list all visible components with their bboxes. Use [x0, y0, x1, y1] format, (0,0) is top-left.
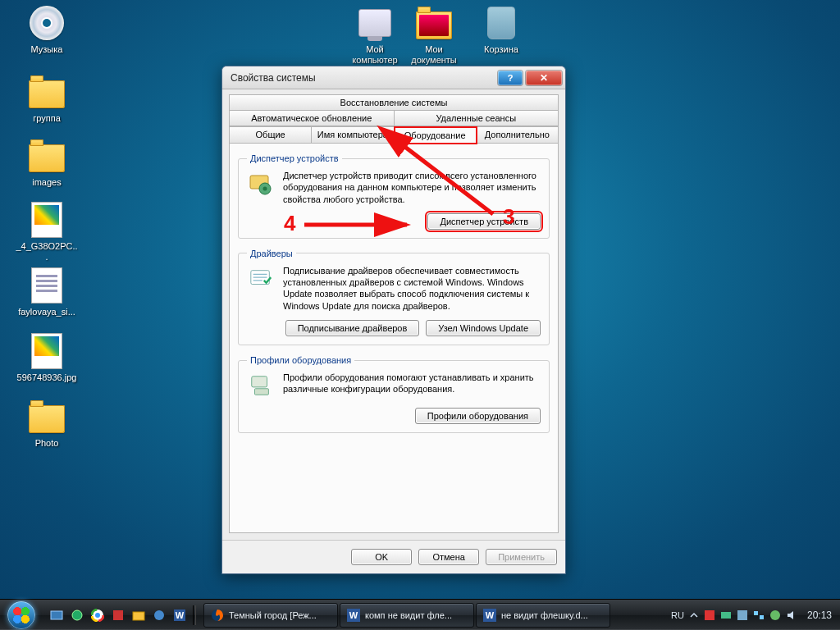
folder-icon	[27, 397, 66, 436]
hardware-profiles-icon	[247, 372, 275, 399]
desktop-icon[interactable]: Корзина	[469, 3, 533, 55]
window-title: Свойства системы	[231, 72, 495, 84]
group-legend: Профили оборудования	[247, 355, 354, 365]
folder-icon	[27, 136, 66, 176]
desktop-icon[interactable]: Мои документы	[402, 3, 466, 65]
tray-icon[interactable]	[720, 609, 732, 621]
svg-rect-8	[51, 611, 62, 619]
dialog-button-row: OK Отмена Применить	[222, 540, 565, 573]
drivers-icon	[247, 265, 275, 293]
desktop-icon[interactable]: images	[15, 136, 79, 188]
icon-label: Музыка	[15, 44, 79, 55]
separator	[193, 605, 196, 625]
tray-icon[interactable]	[769, 609, 781, 621]
group-text: Профили оборудования помогают устанавлив…	[283, 372, 541, 399]
ql-icon[interactable]	[68, 606, 86, 624]
word-icon: W	[347, 609, 360, 622]
device-manager-group: Диспетчер устройств Диспетчер устройств …	[238, 153, 550, 239]
tab-имя-компьютера[interactable]: Имя компьютера	[312, 126, 394, 143]
svg-rect-5	[255, 389, 269, 395]
hardware-profiles-group: Профили оборудования Профили оборудовани…	[238, 355, 550, 433]
tab-восстановление-системы[interactable]: Восстановление системы	[230, 95, 558, 110]
taskbar-item[interactable]: Wкомп не видит фле...	[340, 603, 474, 628]
group-text: Диспетчер устройств приводит список всег…	[283, 170, 541, 205]
svg-text:W: W	[486, 610, 495, 620]
help-button[interactable]: ?	[498, 71, 523, 85]
taskbar-item[interactable]: Wне видит флешку.d...	[476, 603, 610, 628]
device-manager-button[interactable]: Диспетчер устройств	[427, 213, 541, 230]
tab-дополнительно[interactable]: Дополнительно	[477, 126, 558, 143]
taskbar: W Темный город [Реж...Wкомп не видит фле…	[0, 599, 840, 630]
network-icon[interactable]	[753, 609, 765, 621]
taskbar-item-label: Темный город [Реж...	[229, 610, 317, 620]
show-desktop-icon[interactable]	[48, 606, 66, 624]
jpg-icon	[27, 331, 66, 371]
hardware-profiles-button[interactable]: Профили оборудования	[415, 408, 541, 424]
word-icon[interactable]: W	[171, 606, 189, 624]
svg-text:W: W	[349, 610, 358, 620]
windows-orb-icon	[7, 601, 35, 629]
language-indicator[interactable]: RU	[671, 610, 684, 620]
tray-icon[interactable]	[737, 609, 748, 621]
start-button[interactable]	[0, 600, 43, 630]
icon-label: группа	[15, 113, 79, 124]
ok-button[interactable]: OK	[351, 549, 412, 565]
icon-label: Photo	[15, 438, 79, 449]
device-manager-icon	[247, 170, 275, 198]
icon-label: images	[15, 177, 79, 188]
group-legend: Драйверы	[247, 249, 296, 258]
icon-label: faylovaya_si...	[15, 307, 79, 317]
svg-point-9	[72, 610, 82, 620]
tray-icon[interactable]	[704, 609, 715, 621]
icon-label: _4_G38O2PC...	[15, 241, 79, 262]
svg-rect-28	[754, 611, 758, 615]
svg-point-14	[95, 613, 100, 618]
desktop-icon[interactable]: группа	[15, 72, 79, 124]
volume-icon[interactable]	[786, 609, 797, 621]
folder-icon	[27, 72, 66, 112]
cd-icon	[27, 3, 66, 43]
clock[interactable]: 20:13	[802, 609, 832, 621]
folder-red-icon	[414, 3, 454, 43]
taskbar-item-label: не видит флешку.d...	[501, 610, 588, 620]
driver-signing-button[interactable]: Подписывание драйверов	[285, 320, 420, 336]
group-text: Подписывание драйверов обеспечивает совм…	[283, 265, 541, 312]
pc-icon	[355, 3, 395, 43]
windows-update-button[interactable]: Узел Windows Update	[426, 320, 541, 336]
drivers-group: Драйверы Подписывание драйверов обеспечи…	[238, 249, 550, 345]
svg-rect-29	[760, 615, 764, 619]
desktop-icon[interactable]: 596748936.jpg	[15, 331, 79, 383]
system-properties-window: Свойства системы ? ✕ Восстановление сист…	[221, 66, 566, 574]
apply-button[interactable]: Применить	[486, 549, 557, 565]
group-legend: Диспетчер устройств	[247, 153, 342, 163]
tray-expand-icon[interactable]	[689, 610, 699, 620]
word-icon: W	[483, 609, 496, 622]
tab-оборудование[interactable]: Оборудование	[395, 127, 477, 144]
svg-point-17	[154, 610, 164, 620]
icon-label: 596748936.jpg	[15, 372, 79, 383]
system-tray: RU 20:13	[671, 609, 835, 621]
svg-rect-4	[252, 377, 267, 387]
tab-общие[interactable]: Общие	[230, 126, 312, 143]
desktop-icon[interactable]: _4_G38O2PC...	[15, 200, 79, 262]
desktop-icon[interactable]: Музыка	[15, 3, 79, 55]
desktop-icon[interactable]: Photo	[15, 397, 79, 449]
tab-автоматическое-обновление[interactable]: Автоматическое обновление	[230, 111, 395, 126]
svg-point-2	[263, 187, 267, 191]
svg-rect-15	[113, 610, 123, 620]
ql-icon[interactable]	[109, 606, 127, 624]
desktop-icon[interactable]: Мой компьютер	[343, 3, 407, 65]
taskbar-item[interactable]: Темный город [Реж...	[203, 603, 338, 628]
close-button[interactable]: ✕	[526, 71, 562, 85]
titlebar[interactable]: Свойства системы ? ✕	[222, 66, 565, 89]
ql-icon[interactable]	[150, 606, 168, 624]
tab-strip: Восстановление системы Автоматическое об…	[229, 94, 559, 144]
tab-page-hardware: Диспетчер устройств Диспетчер устройств …	[229, 144, 559, 533]
chrome-icon[interactable]	[89, 606, 107, 624]
desktop-icon[interactable]: faylovaya_si...	[15, 266, 79, 317]
svg-rect-27	[737, 610, 747, 620]
svg-text:W: W	[176, 610, 185, 620]
explorer-icon[interactable]	[130, 606, 148, 624]
cancel-button[interactable]: Отмена	[418, 549, 479, 565]
tab-удаленные-сеансы[interactable]: Удаленные сеансы	[395, 111, 559, 126]
